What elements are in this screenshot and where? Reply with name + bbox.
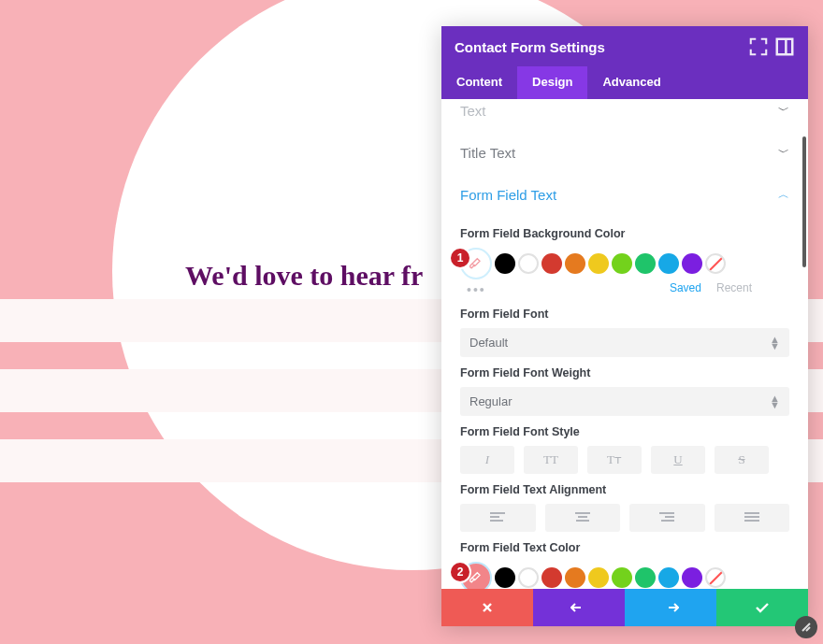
dock-icon[interactable] [774, 36, 795, 57]
weight-select-value: Regular [469, 394, 513, 408]
svg-rect-0 [777, 39, 793, 55]
align-left-button[interactable] [460, 504, 536, 532]
eyedropper-button[interactable]: 1 [460, 248, 492, 279]
save-button[interactable] [716, 589, 808, 626]
chevron-up-icon: ︿ [778, 187, 789, 203]
uppercase-button[interactable]: TT [524, 446, 578, 474]
swatch-black[interactable] [495, 567, 515, 588]
label-font-style: Form Field Font Style [460, 425, 789, 438]
italic-button[interactable]: I [460, 446, 514, 474]
tab-content[interactable]: Content [441, 66, 517, 99]
tab-advanced[interactable]: Advanced [587, 66, 675, 99]
swatch-white[interactable] [518, 253, 539, 274]
section-label: Form Field Text [460, 187, 556, 203]
swatch-blue[interactable] [658, 253, 679, 274]
smallcaps-button[interactable]: Tᴛ [587, 446, 642, 474]
text-color-swatches: 2 [460, 562, 789, 589]
font-style-buttons: I TT Tᴛ U S [460, 446, 789, 474]
updown-icon: ▲▼ [770, 336, 780, 350]
annotation-badge-2: 2 [451, 563, 469, 581]
swatch-blue[interactable] [658, 567, 679, 588]
panel-tabs: Content Design Advanced [441, 66, 808, 99]
cancel-button[interactable] [441, 589, 533, 626]
section-title-text[interactable]: Title Text ﹀ [441, 132, 808, 174]
swatch-tab-recent[interactable]: Recent [716, 281, 752, 294]
swatch-teal[interactable] [635, 567, 656, 588]
label-font-weight: Form Field Font Weight [460, 366, 789, 379]
align-right-button[interactable] [629, 504, 705, 532]
section-label: Text [460, 103, 486, 119]
underline-button[interactable]: U [651, 446, 705, 474]
updown-icon: ▲▼ [770, 395, 780, 408]
label-text-color: Form Field Text Color [460, 541, 789, 554]
swatch-purple[interactable] [682, 253, 702, 274]
weight-select[interactable]: Regular ▲▼ [460, 387, 789, 416]
annotation-badge-1: 1 [451, 249, 469, 267]
swatch-none[interactable] [705, 567, 726, 588]
swatch-tab-saved[interactable]: Saved [670, 281, 701, 294]
expand-icon[interactable] [748, 36, 769, 57]
swatch-yellow[interactable] [588, 567, 609, 588]
eyedropper-button[interactable]: 2 [460, 562, 492, 589]
swatch-none[interactable] [705, 253, 726, 274]
settings-panel: Contact Form Settings Content Design Adv… [441, 26, 808, 626]
label-bg-color: Form Field Background Color [460, 227, 789, 240]
align-justify-button[interactable] [715, 504, 790, 532]
swatch-red[interactable] [541, 253, 562, 274]
tab-design[interactable]: Design [517, 66, 587, 99]
section-form-field-text[interactable]: Form Field Text ︿ [441, 174, 808, 216]
label-font: Form Field Font [460, 308, 789, 321]
swatch-green[interactable] [612, 253, 632, 274]
redo-button[interactable] [625, 589, 716, 626]
swatch-black[interactable] [495, 253, 515, 274]
swatch-purple[interactable] [682, 567, 702, 588]
section-label: Title Text [460, 145, 515, 161]
strikethrough-button[interactable]: S [715, 446, 769, 474]
swatch-orange[interactable] [565, 567, 585, 588]
chevron-down-icon: ﹀ [778, 103, 789, 119]
align-center-button[interactable] [545, 504, 621, 532]
swatch-green[interactable] [612, 567, 632, 588]
swatch-white[interactable] [518, 567, 539, 588]
label-alignment: Form Field Text Alignment [460, 483, 789, 496]
resize-handle[interactable] [795, 616, 817, 638]
undo-button[interactable] [533, 589, 625, 626]
alignment-buttons [460, 504, 789, 532]
swatch-red[interactable] [541, 567, 562, 588]
chevron-down-icon: ﹀ [778, 145, 789, 161]
swatch-orange[interactable] [565, 253, 585, 274]
font-select[interactable]: Default ▲▼ [460, 328, 789, 357]
bg-color-swatches: 1 [460, 248, 789, 279]
swatch-yellow[interactable] [588, 253, 609, 274]
hero-heading: We'd love to hear fr [185, 260, 423, 292]
panel-header: Contact Form Settings Content Design Adv… [441, 26, 808, 99]
more-swatches-icon[interactable]: ••• [467, 282, 486, 297]
panel-title: Contact Form Settings [455, 39, 748, 55]
swatch-teal[interactable] [635, 253, 656, 274]
panel-footer [441, 589, 808, 626]
section-text[interactable]: Text ﹀ [441, 99, 808, 132]
panel-body: Text ﹀ Title Text ﹀ Form Field Text ︿ Fo… [441, 99, 808, 589]
scrollbar-thumb[interactable] [802, 136, 806, 267]
font-select-value: Default [469, 336, 508, 350]
section-body: Form Field Background Color 1 ••• [441, 216, 808, 589]
